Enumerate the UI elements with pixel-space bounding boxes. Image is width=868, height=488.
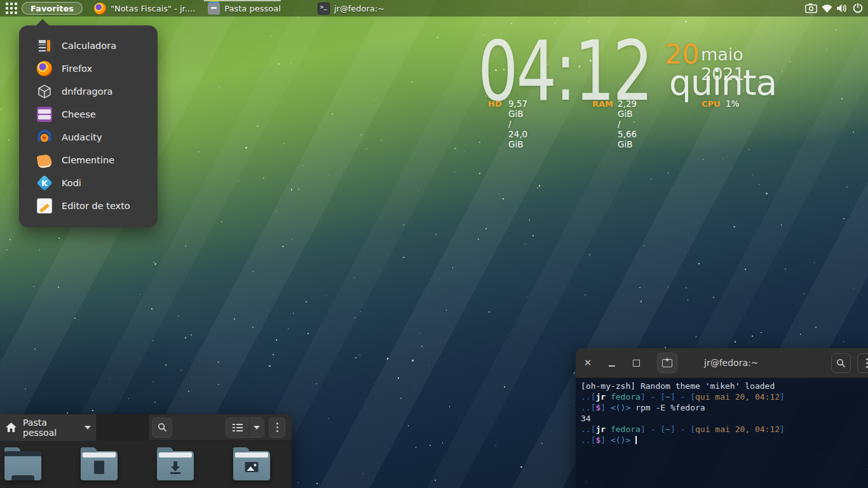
calculator-icon — [37, 38, 52, 53]
files-menu-button[interactable] — [269, 417, 285, 438]
terminal-cursor — [635, 436, 637, 444]
kebab-menu-icon — [276, 426, 278, 428]
downloads-folder[interactable] — [157, 451, 194, 480]
headphones-icon — [37, 130, 52, 145]
list-view-button[interactable] — [226, 418, 250, 437]
path-bar-button[interactable]: Pasta pessoal — [0, 414, 97, 441]
maximize-button[interactable] — [624, 348, 648, 378]
terminal-line: ..[$] <()> — [581, 435, 868, 445]
screenshot-icon[interactable] — [805, 3, 817, 13]
terminal-window: ✕ jr@fedora:~ [oh-my-zsh] Random theme '… — [576, 348, 868, 488]
path-label: Pasta pessoal — [23, 417, 78, 438]
terminal-line: ..[$] <()> rpm -E %fedora — [581, 402, 868, 413]
terminal-line: ..[jr fedora] - [~] - [qui mai 20, 04:12… — [581, 424, 868, 435]
chevron-down-icon — [254, 426, 260, 430]
view-switcher — [226, 417, 264, 438]
kodi-icon — [37, 175, 52, 191]
search-icon — [158, 423, 167, 432]
ram-stat-label: RAM — [592, 99, 613, 109]
terminal-menu-button[interactable] — [857, 353, 868, 373]
menu-item-firefox[interactable]: Firefox — [19, 57, 158, 80]
menu-item-label: Kodi — [62, 178, 81, 188]
menu-item-label: dnfdragora — [62, 86, 112, 97]
documents-folder[interactable] — [81, 451, 118, 480]
power-icon[interactable] — [853, 3, 863, 13]
taskbar-window-firefox[interactable]: "Notas Fiscais" - jr.... — [88, 0, 201, 17]
path-entry[interactable] — [97, 414, 149, 441]
list-view-icon — [233, 424, 243, 431]
files-search-button[interactable] — [152, 417, 172, 438]
files-toolbar: Pasta pessoal — [0, 414, 292, 441]
apps-grid-button[interactable] — [5, 3, 18, 14]
desktop-folder[interactable] — [4, 451, 41, 480]
taskbar-window-terminal[interactable]: jr@fedora:~ — [311, 0, 391, 17]
favorites-menu: Calculadora Firefox dnfdragora Cheese — [19, 25, 158, 227]
text-editor-icon — [37, 198, 52, 214]
home-icon — [6, 423, 17, 432]
chevron-down-icon — [85, 426, 91, 430]
ram-stat-value: 2,29 GiB / 5,66 GiB — [618, 98, 637, 149]
terminal-output[interactable]: [oh-my-zsh] Random theme 'mikeh' loaded.… — [576, 378, 868, 488]
new-tab-button[interactable] — [657, 353, 677, 373]
cheese-icon — [37, 107, 52, 122]
file-cabinet-icon — [208, 3, 220, 15]
volume-icon[interactable] — [837, 3, 848, 13]
menu-item-label: Cheese — [62, 109, 96, 119]
window-label: jr@fedora:~ — [334, 4, 384, 13]
menu-item-clementine[interactable]: Clementine — [19, 149, 158, 172]
pictures-folder[interactable] — [233, 451, 270, 480]
desktop: 04:12 20 maio 2021 quinta HD 9,57 GiB / … — [0, 0, 868, 488]
window-label: "Notas Fiscais" - jr.... — [111, 4, 195, 13]
firefox-icon — [94, 3, 106, 15]
menu-item-label: Calculadora — [62, 41, 116, 51]
terminal-icon — [318, 3, 330, 15]
favorites-button[interactable]: Favorites — [22, 2, 83, 15]
orange-slice-icon — [37, 152, 52, 168]
taskbar-window-files[interactable]: Pasta pessoal — [201, 0, 287, 17]
terminal-titlebar: ✕ jr@fedora:~ — [576, 348, 868, 378]
menu-item-calculadora[interactable]: Calculadora — [19, 34, 158, 57]
wifi-icon[interactable] — [822, 4, 832, 13]
terminal-line: ..[jr fedora] - [~] - [qui mai 20, 04:12… — [581, 391, 868, 402]
cpu-stat-label: CPU — [702, 99, 721, 109]
search-icon — [836, 358, 846, 368]
top-panel: Favorites "Notas Fiscais" - jr.... Pasta… — [0, 0, 868, 17]
menu-item-audacity[interactable]: Audacity — [19, 126, 158, 149]
package-cube-icon — [37, 84, 52, 99]
firefox-icon — [37, 61, 52, 76]
clock-weekday: quinta — [669, 62, 776, 103]
menu-item-editor-de-texto[interactable]: Editor de texto — [19, 194, 158, 217]
menu-item-label: Audacity — [62, 132, 102, 142]
menu-item-label: Clementine — [62, 155, 114, 165]
files-content — [0, 441, 292, 487]
view-options-button[interactable] — [250, 418, 264, 437]
window-label: Pasta pessoal — [224, 4, 281, 13]
system-tray — [805, 3, 868, 13]
menu-item-kodi[interactable]: Kodi — [19, 172, 158, 194]
menu-item-label: Firefox — [62, 64, 92, 74]
hd-stat-label: HD — [488, 99, 502, 109]
terminal-line: [oh-my-zsh] Random theme 'mikeh' loaded — [581, 381, 868, 391]
menu-item-label: Editor de texto — [62, 201, 130, 211]
terminal-search-button[interactable] — [831, 353, 851, 373]
files-window: Pasta pessoal — [0, 414, 292, 488]
menu-item-dnfdragora[interactable]: dnfdragora — [19, 80, 158, 103]
minimize-button[interactable] — [600, 348, 624, 378]
hd-stat-value: 9,57 GiB / 24,0 GiB — [508, 98, 527, 149]
terminal-title: jr@fedora:~ — [704, 358, 758, 368]
cpu-stat-value: 1% — [726, 98, 739, 109]
close-button[interactable]: ✕ — [576, 348, 600, 378]
menu-item-cheese[interactable]: Cheese — [19, 103, 158, 126]
terminal-line: 34 — [581, 413, 868, 424]
